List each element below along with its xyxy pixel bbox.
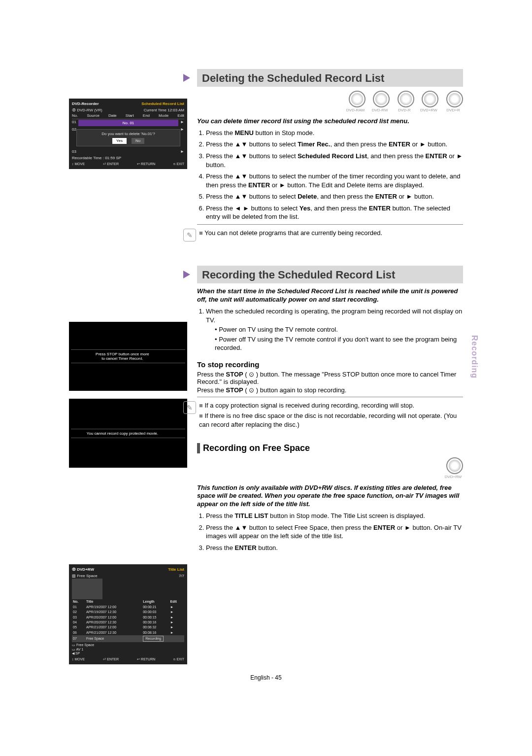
disc-icon [446, 457, 463, 474]
mock-scheduled-list: DVD-Recorder Scheduled Record List ⦿ DVD… [69, 99, 187, 169]
side-tab: Recording [470, 335, 479, 378]
steps-delete: Press the MENU button in Stop mode. Pres… [197, 129, 463, 221]
disc-icon [422, 91, 438, 107]
disc-compatibility: DVD+RW [197, 457, 463, 479]
intro-text: You can delete timer record list using t… [197, 117, 463, 126]
left-illustration-column: DVD-Recorder Scheduled Record List ⦿ DVD… [69, 69, 187, 674]
note-text: If a copy protection signal is received … [199, 401, 463, 410]
steps-record: When the scheduled recording is operatin… [197, 307, 463, 352]
paragraph: Press the STOP ( ⊙ ) button again to sto… [197, 386, 463, 394]
disc-icon [398, 91, 414, 107]
disc-icon [349, 91, 366, 107]
disc-compatibility: DVD-RAM DVD-RW DVD-R DVD+RW DVD+R [197, 91, 463, 112]
paragraph: Press the STOP ( ⊙ ) button. The message… [197, 371, 463, 385]
note-icon: ✎ [183, 229, 196, 241]
section-header-record: Recording the Scheduled Record List [197, 266, 463, 283]
subhead-stop: To stop recording [197, 360, 463, 369]
intro-text: When the start time in the Scheduled Rec… [197, 287, 463, 304]
main-content: Deleting the Scheduled Record List DVD-R… [197, 69, 463, 552]
disc-icon [373, 91, 390, 107]
intro-text: This function is only available with DVD… [197, 484, 463, 509]
steps-freespace: Press the TITLE LIST button in Stop mode… [197, 512, 463, 552]
page-footer: English - 45 [69, 674, 463, 681]
no-button[interactable]: No [132, 138, 144, 144]
yes-button[interactable]: Yes [112, 138, 127, 144]
note-text: If there is no free disc space or the di… [199, 412, 463, 429]
subhead-freespace: Recording on Free Space [197, 443, 463, 453]
note-icon: ✎ [183, 401, 196, 414]
disc-icon [446, 91, 463, 107]
note-text: You can not delete programs that are cur… [199, 229, 463, 238]
chevron-right-icon [183, 271, 190, 278]
section-header-delete: Deleting the Scheduled Record List [197, 69, 463, 87]
mock-title-list: ⦿ DVD+RW Title List ▧ Free Space7/7 No.T… [69, 564, 187, 664]
mock-stop-msg: Press STOP button once more to cancel Ti… [69, 322, 187, 391]
title-table: No.TitleLengthEdit 01APR/19/2007 12:0000… [72, 599, 184, 642]
chevron-right-icon [183, 74, 190, 82]
mock-copy-protected: You cannot record copy protected movie. [69, 399, 187, 468]
